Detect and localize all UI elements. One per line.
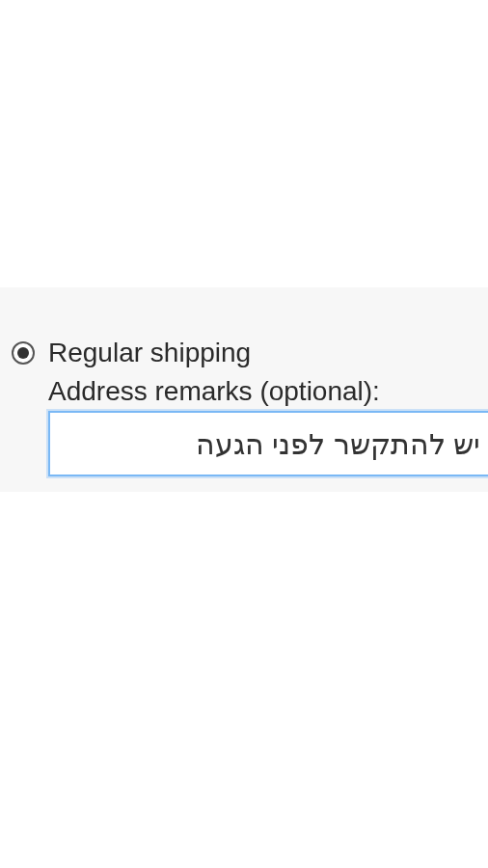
- shipping-option-label: Regular shipping: [48, 338, 251, 368]
- address-remarks-input[interactable]: [48, 411, 488, 476]
- address-remarks-label: Address remarks (optional):: [48, 376, 380, 407]
- shipping-option-row: Regular shipping: [12, 338, 251, 368]
- form-panel: Regular shipping Address remarks (option…: [0, 287, 488, 492]
- radio-regular-shipping[interactable]: [12, 341, 35, 365]
- radio-dot-icon: [17, 347, 29, 359]
